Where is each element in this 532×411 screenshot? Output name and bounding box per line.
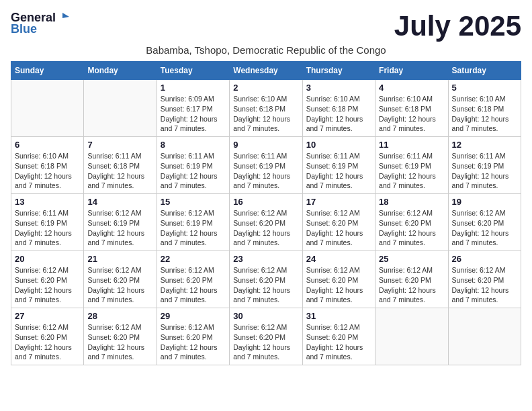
day-number: 30: [233, 311, 298, 321]
day-info: Sunrise: 6:12 AM Sunset: 6:20 PM Dayligh…: [306, 208, 371, 248]
calendar-cell: 26Sunrise: 6:12 AM Sunset: 6:20 PM Dayli…: [448, 251, 521, 308]
calendar-cell: 25Sunrise: 6:12 AM Sunset: 6:20 PM Dayli…: [375, 251, 448, 308]
day-number: 8: [161, 140, 226, 150]
day-number: 27: [15, 311, 80, 321]
day-info: Sunrise: 6:10 AM Sunset: 6:18 PM Dayligh…: [15, 151, 80, 191]
day-info: Sunrise: 6:11 AM Sunset: 6:19 PM Dayligh…: [161, 151, 226, 191]
day-number: 19: [452, 197, 517, 207]
calendar-cell: 3Sunrise: 6:10 AM Sunset: 6:18 PM Daylig…: [302, 80, 375, 137]
calendar-cell: 11Sunrise: 6:11 AM Sunset: 6:19 PM Dayli…: [375, 137, 448, 194]
logo: General Blue: [11, 11, 69, 36]
day-number: 7: [87, 140, 152, 150]
calendar-header-thursday: Thursday: [302, 62, 375, 80]
day-info: Sunrise: 6:11 AM Sunset: 6:19 PM Dayligh…: [452, 151, 517, 191]
day-number: 14: [87, 197, 152, 207]
day-number: 23: [233, 254, 298, 264]
day-number: 31: [306, 311, 371, 321]
calendar-week-2: 6Sunrise: 6:10 AM Sunset: 6:18 PM Daylig…: [11, 137, 521, 194]
calendar-cell: 7Sunrise: 6:11 AM Sunset: 6:18 PM Daylig…: [84, 137, 157, 194]
day-info: Sunrise: 6:09 AM Sunset: 6:17 PM Dayligh…: [161, 94, 226, 134]
calendar-cell: 16Sunrise: 6:12 AM Sunset: 6:20 PM Dayli…: [230, 194, 302, 251]
calendar-cell: 31Sunrise: 6:12 AM Sunset: 6:20 PM Dayli…: [302, 308, 375, 365]
day-info: Sunrise: 6:12 AM Sunset: 6:20 PM Dayligh…: [161, 265, 226, 305]
calendar-cell: 9Sunrise: 6:11 AM Sunset: 6:19 PM Daylig…: [230, 137, 302, 194]
calendar-header-row: SundayMondayTuesdayWednesdayThursdayFrid…: [11, 62, 521, 80]
day-number: 25: [379, 254, 444, 264]
day-number: 13: [15, 197, 80, 207]
calendar-cell: 18Sunrise: 6:12 AM Sunset: 6:20 PM Dayli…: [375, 194, 448, 251]
day-info: Sunrise: 6:12 AM Sunset: 6:20 PM Dayligh…: [87, 265, 152, 305]
day-number: 11: [379, 140, 444, 150]
day-info: Sunrise: 6:12 AM Sunset: 6:20 PM Dayligh…: [87, 322, 152, 362]
calendar-cell: 22Sunrise: 6:12 AM Sunset: 6:20 PM Dayli…: [157, 251, 229, 308]
day-number: 17: [306, 197, 371, 207]
day-info: Sunrise: 6:12 AM Sunset: 6:20 PM Dayligh…: [233, 322, 298, 362]
calendar-cell: 15Sunrise: 6:12 AM Sunset: 6:19 PM Dayli…: [157, 194, 229, 251]
calendar-cell: 23Sunrise: 6:12 AM Sunset: 6:20 PM Dayli…: [230, 251, 302, 308]
calendar-cell: 19Sunrise: 6:12 AM Sunset: 6:20 PM Dayli…: [448, 194, 521, 251]
day-info: Sunrise: 6:12 AM Sunset: 6:20 PM Dayligh…: [306, 265, 371, 305]
calendar-week-4: 20Sunrise: 6:12 AM Sunset: 6:20 PM Dayli…: [11, 251, 521, 308]
calendar-cell: 27Sunrise: 6:12 AM Sunset: 6:20 PM Dayli…: [11, 308, 84, 365]
calendar-week-3: 13Sunrise: 6:11 AM Sunset: 6:19 PM Dayli…: [11, 194, 521, 251]
day-number: 3: [306, 83, 371, 93]
calendar-week-1: 1Sunrise: 6:09 AM Sunset: 6:17 PM Daylig…: [11, 80, 521, 137]
day-number: 16: [233, 197, 298, 207]
day-number: 10: [306, 140, 371, 150]
calendar-cell: [375, 308, 448, 365]
calendar-cell: 4Sunrise: 6:10 AM Sunset: 6:18 PM Daylig…: [375, 80, 448, 137]
calendar-cell: 8Sunrise: 6:11 AM Sunset: 6:19 PM Daylig…: [157, 137, 229, 194]
title-area: July 2025: [394, 11, 521, 42]
day-info: Sunrise: 6:10 AM Sunset: 6:18 PM Dayligh…: [379, 94, 444, 134]
day-info: Sunrise: 6:12 AM Sunset: 6:20 PM Dayligh…: [379, 265, 444, 305]
day-info: Sunrise: 6:12 AM Sunset: 6:19 PM Dayligh…: [87, 208, 152, 248]
day-info: Sunrise: 6:10 AM Sunset: 6:18 PM Dayligh…: [233, 94, 298, 134]
day-info: Sunrise: 6:10 AM Sunset: 6:18 PM Dayligh…: [306, 94, 371, 134]
calendar-header-friday: Friday: [375, 62, 448, 80]
day-info: Sunrise: 6:11 AM Sunset: 6:19 PM Dayligh…: [379, 151, 444, 191]
day-number: 4: [379, 83, 444, 93]
day-number: 18: [379, 197, 444, 207]
day-number: 12: [452, 140, 517, 150]
calendar-cell: 21Sunrise: 6:12 AM Sunset: 6:20 PM Dayli…: [84, 251, 157, 308]
logo-bird-icon: [57, 11, 69, 24]
day-info: Sunrise: 6:11 AM Sunset: 6:19 PM Dayligh…: [233, 151, 298, 191]
calendar-cell: 10Sunrise: 6:11 AM Sunset: 6:19 PM Dayli…: [302, 137, 375, 194]
calendar-cell: 12Sunrise: 6:11 AM Sunset: 6:19 PM Dayli…: [448, 137, 521, 194]
day-info: Sunrise: 6:12 AM Sunset: 6:20 PM Dayligh…: [452, 208, 517, 248]
day-info: Sunrise: 6:11 AM Sunset: 6:19 PM Dayligh…: [306, 151, 371, 191]
day-number: 21: [87, 254, 152, 264]
day-info: Sunrise: 6:12 AM Sunset: 6:20 PM Dayligh…: [452, 265, 517, 305]
calendar-cell: 29Sunrise: 6:12 AM Sunset: 6:20 PM Dayli…: [157, 308, 229, 365]
day-number: 26: [452, 254, 517, 264]
day-info: Sunrise: 6:11 AM Sunset: 6:18 PM Dayligh…: [87, 151, 152, 191]
day-number: 22: [161, 254, 226, 264]
calendar-cell: 6Sunrise: 6:10 AM Sunset: 6:18 PM Daylig…: [11, 137, 84, 194]
logo-blue-text: Blue: [11, 22, 37, 36]
day-info: Sunrise: 6:12 AM Sunset: 6:20 PM Dayligh…: [306, 322, 371, 362]
calendar-cell: 17Sunrise: 6:12 AM Sunset: 6:20 PM Dayli…: [302, 194, 375, 251]
calendar-cell: 14Sunrise: 6:12 AM Sunset: 6:19 PM Dayli…: [84, 194, 157, 251]
calendar-header-sunday: Sunday: [11, 62, 84, 80]
calendar-cell: 24Sunrise: 6:12 AM Sunset: 6:20 PM Dayli…: [302, 251, 375, 308]
day-info: Sunrise: 6:12 AM Sunset: 6:20 PM Dayligh…: [233, 265, 298, 305]
calendar-header-saturday: Saturday: [448, 62, 521, 80]
day-info: Sunrise: 6:12 AM Sunset: 6:20 PM Dayligh…: [379, 208, 444, 248]
calendar-cell: 5Sunrise: 6:10 AM Sunset: 6:18 PM Daylig…: [448, 80, 521, 137]
day-number: 24: [306, 254, 371, 264]
calendar-cell: 2Sunrise: 6:10 AM Sunset: 6:18 PM Daylig…: [230, 80, 302, 137]
calendar-cell: 1Sunrise: 6:09 AM Sunset: 6:17 PM Daylig…: [157, 80, 229, 137]
calendar-cell: 20Sunrise: 6:12 AM Sunset: 6:20 PM Dayli…: [11, 251, 84, 308]
calendar-cell: 28Sunrise: 6:12 AM Sunset: 6:20 PM Dayli…: [84, 308, 157, 365]
calendar-cell: [448, 308, 521, 365]
day-number: 29: [161, 311, 226, 321]
location-subtitle: Babamba, Tshopo, Democratic Republic of …: [11, 44, 521, 56]
svg-marker-0: [62, 13, 69, 18]
day-info: Sunrise: 6:10 AM Sunset: 6:18 PM Dayligh…: [452, 94, 517, 134]
calendar-header-tuesday: Tuesday: [157, 62, 229, 80]
calendar-cell: [11, 80, 84, 137]
day-number: 5: [452, 83, 517, 93]
month-year-title: July 2025: [394, 11, 521, 42]
day-info: Sunrise: 6:12 AM Sunset: 6:20 PM Dayligh…: [161, 322, 226, 362]
calendar-header-wednesday: Wednesday: [230, 62, 302, 80]
